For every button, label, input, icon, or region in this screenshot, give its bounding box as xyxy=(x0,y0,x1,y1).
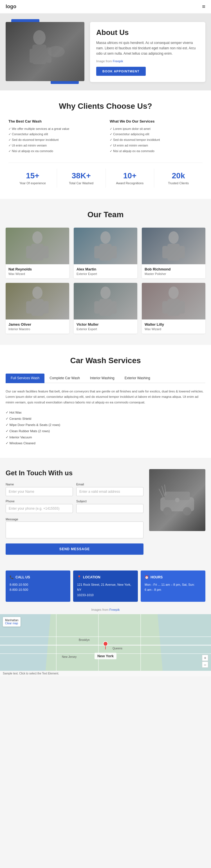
logo: logo xyxy=(6,4,16,9)
hamburger-menu-icon[interactable]: ≡ xyxy=(202,3,205,10)
services-section: Car Wash Services Full Services WashComp… xyxy=(0,345,211,458)
service-list-item: Hot Wax xyxy=(6,410,205,416)
svg-point-0 xyxy=(33,30,45,45)
why-col1-item: Ut enim ad minim veniam xyxy=(8,143,101,149)
team-info: James Oliver Interior Maestro xyxy=(6,319,69,334)
service-list-item: Windows Cleaned xyxy=(6,440,205,446)
svg-rect-14 xyxy=(167,244,180,260)
map-zoom-out-button[interactable]: – xyxy=(202,661,208,668)
subject-label: Subject xyxy=(76,499,143,503)
email-field-group: Email xyxy=(76,483,143,496)
service-tab-0[interactable]: Full Services Wash xyxy=(6,374,44,383)
why-col2-list: Lorem ipsum dolor sit ametConsectetur ad… xyxy=(110,126,203,154)
why-col1-title: The Best Car Wash xyxy=(8,119,101,123)
svg-rect-24 xyxy=(111,301,117,314)
phone-field-group: Phone xyxy=(6,499,73,513)
team-card: Victor Muller Exterior Expert xyxy=(74,283,137,334)
svg-rect-27 xyxy=(162,301,168,314)
info-card-line: 8-800-10-500 xyxy=(9,582,66,587)
svg-point-33 xyxy=(175,498,179,502)
team-member-role: Wax Wizard xyxy=(145,328,203,331)
freepik-link[interactable]: Freepik xyxy=(113,59,123,63)
why-col2-item: Nisi ut aliquip ex ea commodo xyxy=(110,149,203,154)
team-section-title: Our Team xyxy=(6,210,205,219)
team-member-name: Nat Reynolds xyxy=(8,267,66,271)
info-card-line: 10233-1010 xyxy=(77,592,134,598)
team-member-role: Master Polisher xyxy=(145,272,203,276)
svg-rect-16 xyxy=(179,246,185,258)
team-photo xyxy=(142,228,205,264)
info-card: ⏰ HOURS Mon - Fri ... 11 am – 8 pm, Sat,… xyxy=(141,570,205,601)
svg-point-17 xyxy=(32,286,42,299)
svg-line-35 xyxy=(162,486,165,496)
svg-rect-15 xyxy=(162,246,168,258)
map-footer-bar: Sample text. Click to select the Text El… xyxy=(0,671,211,676)
svg-line-34 xyxy=(159,489,163,497)
why-col1-item: Nisi ut aliquip ex ea commodo xyxy=(8,149,101,154)
info-card-title: ⏰ HOURS xyxy=(145,575,202,580)
message-textarea[interactable] xyxy=(6,522,143,538)
team-member-role: Wax Wizard xyxy=(8,272,66,276)
team-card: Bob Richmond Master Polisher xyxy=(142,228,205,278)
team-photo xyxy=(6,228,69,264)
svg-point-49 xyxy=(103,642,108,646)
service-list-item: Clean Rubber Mats (2 rows) xyxy=(6,428,205,434)
svg-point-21 xyxy=(100,286,111,299)
stat-item: 10+ Award Recognitions xyxy=(106,168,154,188)
phone-input[interactable] xyxy=(6,504,73,513)
svg-rect-26 xyxy=(167,299,180,316)
svg-rect-2 xyxy=(30,49,35,63)
book-appointment-button[interactable]: BOOK APPOINTMENT xyxy=(96,67,146,76)
info-cards: 📞 CALL US 8-800-10-5008-800-10-500 📍 LOC… xyxy=(0,566,211,606)
why-col1-list: We offer multiple services at a great va… xyxy=(8,126,101,154)
map-section: Brooklyn Queens New Jersey New York Manh… xyxy=(0,614,211,676)
stat-label: Award Recognitions xyxy=(109,181,151,185)
hero-section: About Us Massa ultrices mi quis hendreri… xyxy=(0,13,211,90)
svg-point-31 xyxy=(183,507,191,516)
stat-item: 38K+ Total Car Washed xyxy=(57,168,106,188)
team-info: Walter Lilly Wax Wizard xyxy=(142,319,205,334)
about-text: Massa ultrices mi quis hendrerit. Ac ut … xyxy=(96,40,199,57)
message-label: Message xyxy=(6,518,18,521)
stat-item: 20k Trusted Clients xyxy=(154,168,203,188)
team-card: James Oliver Interior Maestro xyxy=(6,283,69,334)
service-tab-1[interactable]: Complete Car Wash xyxy=(44,374,85,383)
why-col-2: What We Do Our Services Lorem ipsum dolo… xyxy=(110,119,203,154)
why-col2-title: What We Do Our Services xyxy=(110,119,203,123)
team-member-role: Exterior Expert xyxy=(76,328,135,331)
email-input[interactable] xyxy=(76,487,143,496)
stat-number: 15+ xyxy=(11,171,54,180)
svg-text:Queens: Queens xyxy=(112,647,122,650)
why-col2-item: Lorem ipsum dolor sit amet xyxy=(110,126,203,132)
team-card: Alex Martin Exterior Expert xyxy=(74,228,137,278)
service-tab-2[interactable]: Interior Washing xyxy=(85,374,119,383)
name-input[interactable] xyxy=(6,487,73,496)
map-placeholder: Brooklyn Queens New Jersey New York Manh… xyxy=(0,614,211,676)
send-message-button[interactable]: SEND MESSAGE xyxy=(6,544,143,555)
service-tab-3[interactable]: Exterior Washing xyxy=(119,374,155,383)
svg-rect-8 xyxy=(43,246,49,258)
services-tabs: Full Services WashComplete Car WashInter… xyxy=(6,374,205,383)
svg-text:Brooklyn: Brooklyn xyxy=(79,639,90,642)
team-member-name: James Oliver xyxy=(8,322,66,327)
team-info: Bob Richmond Master Polisher xyxy=(142,264,205,278)
subject-input[interactable] xyxy=(76,504,143,513)
call us-icon: 📞 xyxy=(9,575,14,580)
header: logo ≡ xyxy=(0,0,211,13)
images-from: Images from Freepik xyxy=(0,606,211,614)
team-member-name: Bob Richmond xyxy=(145,267,203,271)
team-info: Nat Reynolds Wax Wizard xyxy=(6,264,69,278)
stat-number: 20k xyxy=(157,171,200,180)
svg-point-25 xyxy=(169,286,179,299)
why-col1-item: We offer multiple services at a great va… xyxy=(8,126,101,132)
images-freepik-link[interactable]: Freepik xyxy=(109,608,120,611)
svg-rect-10 xyxy=(99,244,112,260)
map-zoom-in-button[interactable]: + xyxy=(202,655,208,661)
team-member-name: Alex Martin xyxy=(76,267,135,271)
map-small-card: Manhattan Clear map xyxy=(3,617,21,626)
info-card-line: 6 am - 8 pm xyxy=(145,587,202,592)
map-zoom-controls: + – xyxy=(202,655,208,668)
svg-rect-18 xyxy=(31,299,44,316)
svg-point-30 xyxy=(163,507,172,516)
why-col1-item: Sed do eiusmod tempor incididunt xyxy=(8,137,101,143)
